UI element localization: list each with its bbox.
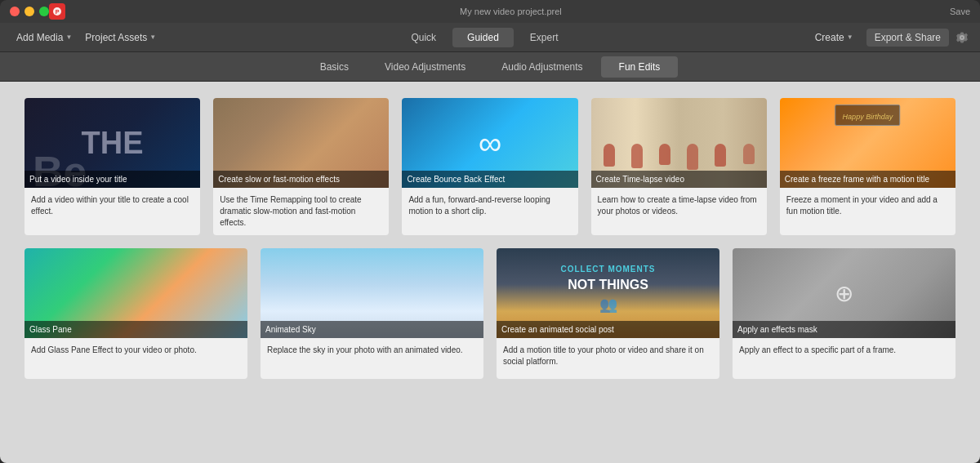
maximize-button[interactable]	[39, 7, 49, 16]
card-animated-sky[interactable]: Animated Sky Replace the sky in your pho…	[261, 248, 483, 379]
card-desc-2: Use the Time Remapping tool to create dr…	[213, 188, 389, 235]
app-logo: P	[49, 3, 65, 20]
settings-icon[interactable]	[954, 29, 970, 46]
thumb-label-4: Create Time-lapse video	[591, 171, 767, 188]
close-button[interactable]	[10, 7, 20, 16]
card-thumb-slow-motion: Create slow or fast-motion effects	[213, 98, 389, 188]
sub-tabs-bar: Basics Video Adjustments Audio Adjustmen…	[0, 52, 980, 82]
card-glass-pane[interactable]: Glass Pane Add Glass Pane Effect to your…	[24, 248, 247, 379]
main-content: THE Be Put a video inside your title Add…	[0, 82, 980, 463]
thumb-label-6: Glass Pane	[24, 321, 247, 338]
card-desc-6: Add Glass Pane Effect to your video or p…	[24, 338, 247, 379]
mode-tabs: Quick Guided Expert	[396, 28, 572, 47]
traffic-lights	[10, 7, 49, 16]
card-slow-motion[interactable]: Create slow or fast-motion effects Use t…	[213, 98, 389, 235]
social-silhouettes: 👥	[497, 296, 719, 314]
card-desc-3: Add a fun, forward-and-reverse looping m…	[402, 188, 577, 229]
menu-right: Create ▼ Export & Share	[807, 29, 970, 47]
sub-tab-video-adjustments[interactable]: Video Adjustments	[367, 56, 483, 78]
title-bar: P My new video project.prel Save	[0, 0, 980, 23]
card-thumb-animated-sky: Animated Sky	[261, 248, 483, 338]
birthday-text: Happy Birthday	[843, 113, 893, 121]
card-desc-5: Freeze a moment in your video and add a …	[780, 188, 956, 229]
infinity-icon: ∞	[479, 125, 502, 162]
card-social-post[interactable]: COLLECT MOMENTS NOT THINGS 👥 Create an a…	[497, 248, 719, 379]
card-thumb-freeze: Happy Birthday Create a freeze frame wit…	[780, 98, 956, 188]
menu-bar: Add Media ▼ Project Assets ▼ Quick Guide…	[0, 23, 980, 52]
add-media-menu[interactable]: Add Media ▼	[10, 29, 78, 47]
thumb-label-8: Create an animated social post	[497, 321, 719, 338]
project-assets-menu[interactable]: Project Assets ▼	[78, 29, 163, 47]
card-thumb-bounce: ∞ Create Bounce Back Effect	[402, 98, 577, 188]
tab-expert[interactable]: Expert	[515, 28, 573, 47]
crosshair-icon: ⊕	[835, 280, 853, 307]
project-title: My new video project.prel	[72, 7, 950, 16]
card-desc-1: Add a video within your title to create …	[24, 188, 200, 229]
export-share-button[interactable]: Export & Share	[866, 29, 949, 47]
thumb-label-9: Apply an effects mask	[733, 321, 956, 338]
thumb-label-5: Create a freeze frame with a motion titl…	[780, 171, 956, 188]
thumb-label-1: Put a video inside your title	[24, 171, 200, 188]
thumb-label-3: Create Bounce Back Effect	[402, 171, 577, 188]
card-desc-8: Add a motion title to your photo or vide…	[497, 338, 719, 379]
project-assets-arrow: ▼	[149, 33, 156, 41]
card-thumb-social-post: COLLECT MOMENTS NOT THINGS 👥 Create an a…	[497, 248, 719, 338]
card-desc-9: Apply an effect to a specific part of a …	[733, 338, 956, 379]
card-freeze-frame[interactable]: Happy Birthday Create a freeze frame wit…	[780, 98, 956, 235]
tab-quick[interactable]: Quick	[396, 28, 451, 47]
collect-moments-text: COLLECT MOMENTS	[497, 265, 719, 274]
card-thumb-effects-mask: ⊕ Apply an effects mask	[733, 248, 956, 338]
bottom-cards-grid: Glass Pane Add Glass Pane Effect to your…	[24, 248, 956, 379]
timelapse-figures	[591, 144, 767, 170]
card-thumb-timelapse: Create Time-lapse video	[591, 98, 767, 188]
sub-tab-basics[interactable]: Basics	[302, 56, 367, 78]
svg-text:P: P	[56, 9, 60, 15]
birthday-box: Happy Birthday	[835, 105, 901, 126]
card-desc-4: Learn how to create a time-lapse video f…	[591, 188, 767, 229]
add-media-arrow: ▼	[65, 33, 72, 41]
create-arrow: ▼	[847, 33, 853, 41]
sub-tab-audio-adjustments[interactable]: Audio Adjustments	[483, 56, 600, 78]
the-text: THE	[82, 127, 144, 158]
save-button[interactable]: Save	[950, 7, 970, 16]
card-thumb-glass-pane: Glass Pane	[24, 248, 247, 338]
thumb-label-7: Animated Sky	[261, 321, 483, 338]
not-things-text: NOT THINGS	[497, 278, 719, 292]
top-cards-grid: THE Be Put a video inside your title Add…	[24, 98, 956, 235]
minimize-button[interactable]	[24, 7, 34, 16]
tab-guided[interactable]: Guided	[452, 28, 514, 47]
create-menu[interactable]: Create ▼	[807, 29, 862, 47]
card-title-video[interactable]: THE Be Put a video inside your title Add…	[24, 98, 200, 235]
thumb-label-2: Create slow or fast-motion effects	[213, 171, 389, 188]
card-bounce-back[interactable]: ∞ Create Bounce Back Effect Add a fun, f…	[402, 98, 577, 235]
card-timelapse[interactable]: Create Time-lapse video Learn how to cre…	[591, 98, 767, 235]
sub-tab-fun-edits[interactable]: Fun Edits	[601, 56, 679, 78]
card-desc-7: Replace the sky in your photo with an an…	[261, 338, 483, 379]
card-thumb-title-video: THE Be Put a video inside your title	[24, 98, 200, 188]
card-effects-mask[interactable]: ⊕ Apply an effects mask Apply an effect …	[733, 248, 956, 379]
